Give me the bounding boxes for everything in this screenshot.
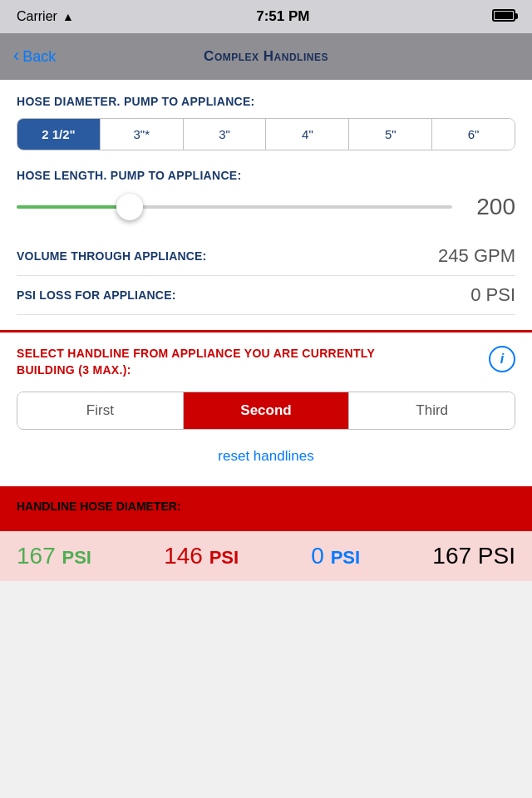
hose-diameter-btn-5[interactable]: 6" xyxy=(432,119,515,150)
battery-icon xyxy=(492,9,515,25)
hose-diameter-btn-1[interactable]: 3"* xyxy=(101,119,184,150)
nav-bar: ‹ Back Complex Handlines xyxy=(0,33,532,80)
psi-loss-row: PSI Loss for Appliance: 0 PSI xyxy=(17,276,515,315)
bottom-bar-label: Handline Hose Diameter: xyxy=(17,500,515,513)
volume-row: Volume Through Appliance: 245 GPM xyxy=(17,237,515,276)
handline-section: Select Handline from Appliance You Are C… xyxy=(17,332,515,486)
status-time: 7:51 PM xyxy=(256,8,309,25)
handline-tabs: First Second Third xyxy=(17,392,515,430)
psi-loss-label: PSI Loss for Appliance: xyxy=(17,288,176,302)
psi-black-value: 167 PSI xyxy=(432,543,515,569)
handline-tab-third[interactable]: Third xyxy=(349,392,515,429)
carrier-label: Carrier xyxy=(17,9,57,24)
hose-diameter-btn-4[interactable]: 5" xyxy=(349,119,432,150)
slider-value: 200 xyxy=(466,194,515,220)
main-content: Hose Diameter. Pump to Appliance: 2 1/2"… xyxy=(0,80,532,486)
slider-container: 200 xyxy=(17,192,515,222)
back-button[interactable]: ‹ Back xyxy=(13,47,56,66)
hose-length-section: Hose Length. Pump to Appliance: 200 xyxy=(17,169,515,222)
back-label: Back xyxy=(22,48,56,66)
volume-value: 245 GPM xyxy=(438,245,515,267)
slider-track xyxy=(17,205,452,209)
handline-tab-second[interactable]: Second xyxy=(184,392,350,429)
reset-handlines-button[interactable]: reset handlines xyxy=(17,441,515,478)
psi-loss-value: 0 PSI xyxy=(470,284,515,306)
bottom-bar: Handline Hose Diameter: xyxy=(0,486,532,531)
hose-diameter-btn-0[interactable]: 2 1/2" xyxy=(17,119,101,150)
back-chevron-icon: ‹ xyxy=(13,45,19,66)
status-bar: Carrier ▲ 7:51 PM xyxy=(0,0,532,33)
handline-header: Select Handline from Appliance You Are C… xyxy=(17,346,515,378)
nav-title: Complex Handlines xyxy=(204,48,328,65)
slider-thumb[interactable] xyxy=(116,194,143,220)
hose-diameter-group: 2 1/2" 3"* 3" 4" 5" 6" xyxy=(17,118,515,150)
psi-red-value: 146 PSI xyxy=(164,543,239,569)
slider-wrapper[interactable] xyxy=(17,192,452,222)
hose-diameter-btn-3[interactable]: 4" xyxy=(266,119,349,150)
handline-tab-first[interactable]: First xyxy=(17,392,184,429)
info-icon[interactable]: i xyxy=(489,346,515,372)
carrier-text: Carrier ▲ xyxy=(17,9,74,24)
volume-label: Volume Through Appliance: xyxy=(17,249,206,263)
hose-length-label: Hose Length. Pump to Appliance: xyxy=(17,169,515,182)
wifi-icon: ▲ xyxy=(62,10,74,23)
psi-blue-value: 0 PSI xyxy=(311,543,360,569)
psi-green-value: 167 PSI xyxy=(17,543,91,569)
hose-diameter-label: Hose Diameter. Pump to Appliance: xyxy=(17,95,515,108)
handline-select-label: Select Handline from Appliance You Are C… xyxy=(17,346,432,378)
psi-footer: 167 PSI 146 PSI 0 PSI 167 PSI xyxy=(0,531,532,581)
hose-diameter-btn-2[interactable]: 3" xyxy=(184,119,267,150)
